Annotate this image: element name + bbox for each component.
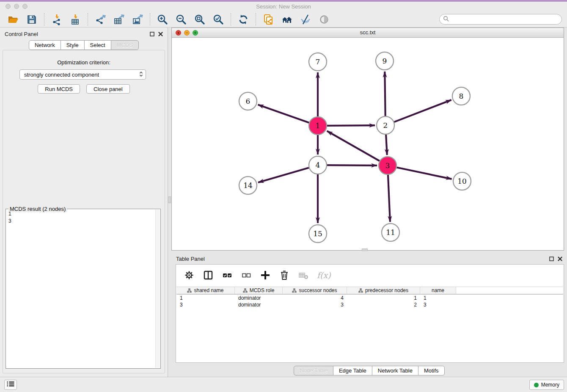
import-table-button[interactable]: [69, 14, 81, 25]
edge-2-8[interactable]: [394, 100, 451, 122]
column-header-shared-name[interactable]: shared name: [176, 287, 235, 294]
toolbar-group: [150, 13, 231, 26]
first-neighbors-icon: [281, 14, 293, 25]
column-header-successor-nodes[interactable]: successor nodes: [283, 287, 347, 294]
graph-node-14[interactable]: 14: [239, 177, 257, 194]
export-image-button[interactable]: [132, 14, 143, 25]
zoom-fit-button[interactable]: [194, 14, 206, 25]
edge-3-10[interactable]: [397, 168, 452, 179]
graph-node-4[interactable]: 4: [309, 156, 327, 174]
edge-2-3[interactable]: [386, 135, 387, 155]
edge-4-14[interactable]: [258, 168, 309, 182]
close-panel-icon[interactable]: [158, 32, 163, 36]
graph-node-15[interactable]: 15: [309, 225, 327, 243]
graph-node-8[interactable]: 8: [452, 87, 470, 105]
zoom-in-button[interactable]: [157, 14, 168, 25]
toolbar-group: [88, 13, 150, 26]
edge-3-11[interactable]: [388, 175, 390, 222]
minimize-window-button[interactable]: [14, 4, 19, 9]
column-header-predecessor-nodes[interactable]: predecessor nodes: [347, 287, 420, 294]
cell-name: 1: [420, 295, 456, 301]
function-builder-button[interactable]: f(x): [317, 271, 331, 280]
tab-select[interactable]: Select: [84, 40, 111, 50]
gear-button[interactable]: [184, 270, 195, 281]
select-all-button[interactable]: [222, 270, 233, 281]
tab-motifs[interactable]: Motifs: [418, 366, 445, 375]
search-box[interactable]: [439, 14, 562, 25]
toolbar-group: [44, 13, 88, 26]
refresh-layout-button[interactable]: [237, 14, 249, 25]
edge-1-6[interactable]: [258, 105, 309, 122]
table-row[interactable]: 1dominator411: [176, 295, 563, 301]
maximize-window-button[interactable]: [22, 4, 28, 9]
tab-node-table[interactable]: Node Table: [294, 366, 333, 375]
graph-node-3[interactable]: 3: [379, 157, 396, 174]
close-table-panel-icon[interactable]: [558, 257, 562, 261]
control-panel-header: Control Panel: [0, 28, 168, 40]
delete-table-button[interactable]: [298, 270, 309, 281]
graph-node-9[interactable]: 9: [376, 52, 394, 70]
memory-button[interactable]: Memory: [529, 380, 564, 390]
import-network-button[interactable]: [51, 14, 63, 25]
hide-selected-button[interactable]: [300, 14, 311, 25]
tab-network[interactable]: Network: [29, 40, 61, 50]
show-all-button[interactable]: [318, 14, 330, 25]
criterion-dropdown[interactable]: strongly connected component: [19, 69, 146, 80]
close-panel-button[interactable]: Close panel: [86, 84, 130, 94]
table-header-row: shared nameMCDS rolesuccessor nodesprede…: [176, 287, 563, 295]
add-button[interactable]: [260, 270, 271, 281]
duplicate-network-button[interactable]: [262, 14, 274, 25]
node-table: shared nameMCDS rolesuccessor nodesprede…: [176, 287, 563, 362]
result-line: 1: [8, 210, 154, 218]
table-panel-header: Table Panel: [171, 252, 567, 265]
graph-node-2[interactable]: 2: [377, 116, 394, 134]
columns-button[interactable]: [203, 270, 214, 281]
task-history-button[interactable]: [4, 380, 17, 390]
cell-MCDS-role: dominator: [235, 295, 283, 301]
edge-3-1[interactable]: [327, 131, 380, 161]
zoom-out-button[interactable]: [175, 14, 187, 25]
table-row[interactable]: 3dominator323: [176, 301, 563, 308]
save-session-button[interactable]: [26, 14, 38, 25]
float-table-panel-icon[interactable]: [549, 257, 554, 261]
frame-maximize-icon[interactable]: +: [193, 30, 198, 36]
edge-2-9[interactable]: [385, 72, 385, 116]
close-window-button[interactable]: [6, 4, 11, 9]
zoom-out-icon: [175, 14, 187, 25]
network-canvas[interactable]: 1234678910111415: [172, 38, 564, 250]
result-scrollbar[interactable]: [155, 210, 160, 368]
network-window-titlebar[interactable]: x – + scc.txt: [172, 28, 564, 38]
edge-1-2[interactable]: [327, 125, 375, 126]
tab-network-table[interactable]: Network Table: [372, 366, 418, 375]
window-traffic-lights[interactable]: [6, 4, 28, 9]
frame-minimize-icon[interactable]: –: [184, 30, 190, 36]
tab-style[interactable]: Style: [61, 40, 85, 50]
delete-button[interactable]: [279, 270, 290, 281]
zoom-selected-button[interactable]: [212, 14, 224, 25]
first-neighbors-button[interactable]: [281, 14, 293, 25]
frame-close-icon[interactable]: x: [176, 30, 181, 36]
deselect-all-button[interactable]: [241, 270, 252, 281]
export-network-button[interactable]: [94, 14, 106, 25]
tab-mcds[interactable]: MCDS: [111, 40, 139, 50]
graph-node-10[interactable]: 10: [453, 172, 471, 190]
graph-node-7[interactable]: 7: [309, 53, 327, 71]
graph-node-6[interactable]: 6: [239, 92, 257, 110]
run-mcds-button[interactable]: Run MCDS: [38, 84, 80, 94]
mcds-result-box[interactable]: MCDS result (2 nodes) 13: [6, 209, 161, 369]
graph-node-1[interactable]: 1: [309, 117, 327, 135]
splitter-handle-horizontal[interactable]: [362, 248, 368, 251]
add-icon: [260, 270, 271, 281]
float-panel-icon[interactable]: [150, 32, 154, 36]
graph-node-11[interactable]: 11: [382, 224, 399, 241]
app-titlebar: Session: New Session: [0, 2, 567, 11]
open-session-button[interactable]: [7, 14, 19, 25]
export-table-button[interactable]: [113, 14, 125, 25]
column-header-name[interactable]: name: [420, 287, 456, 294]
edge-4-3[interactable]: [327, 165, 377, 166]
splitter-handle-vertical[interactable]: [168, 196, 171, 203]
search-input[interactable]: [451, 16, 558, 23]
table-panel: Table Panel f(x) shared nameMCDS rolesuc…: [171, 252, 567, 377]
column-header-MCDS-role[interactable]: MCDS role: [235, 287, 283, 294]
tab-edge-table[interactable]: Edge Table: [333, 366, 372, 375]
